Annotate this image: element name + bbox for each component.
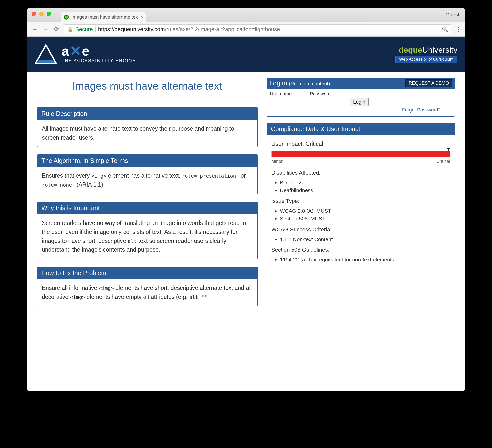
axe-letter-x: ✕ — [70, 45, 81, 57]
du-university: University — [422, 45, 457, 54]
chrome-toolbar: ← → ⟳ 🔒 Secure https://dequeuniversity.c… — [27, 22, 465, 37]
card-header: How to Fix the Problem — [37, 267, 257, 279]
maximize-window-icon[interactable] — [47, 12, 51, 16]
login-subheading: (Premium content) — [289, 81, 330, 86]
main-column: Images must have alternate text Rule Des… — [37, 78, 258, 306]
omnibox-search-icon[interactable]: 🔍 — [442, 26, 448, 32]
impact-value: Critical — [306, 141, 323, 147]
card-body: Ensures that every <img> element has alt… — [37, 167, 257, 194]
wcag-heading: WCAG Success Criteria: — [271, 225, 450, 234]
text: Ensure all informative — [42, 285, 99, 291]
tab-favicon-icon — [64, 15, 69, 20]
axe-logo-text: a✕e THE ACCESSIBILITY ENGINE — [62, 45, 136, 63]
code: <img> — [91, 173, 106, 179]
password-input[interactable] — [310, 98, 347, 106]
page-title: Images must have alternate text — [37, 80, 258, 92]
site-banner: a✕e THE ACCESSIBILITY ENGINE dequeUniver… — [27, 37, 465, 72]
password-label: Password: — [310, 91, 347, 97]
code: <img> — [70, 294, 85, 300]
disabilities-heading: Disabilities Affected: — [271, 169, 450, 177]
secure-label: Secure — [75, 26, 93, 33]
browser-tab[interactable]: Images must have alternate tex × — [61, 12, 146, 22]
code: role="presentation" — [182, 173, 239, 179]
window-controls — [32, 12, 51, 16]
sidebar-column: Log in (Premium content) REQUEST A DEMO … — [267, 78, 455, 306]
code: <img> — [99, 285, 114, 291]
list-item: Section 508: MUST — [280, 215, 450, 223]
tab-close-icon[interactable]: × — [140, 14, 143, 20]
card-algorithm: The Algorithm, in Simple Terms Ensures t… — [37, 154, 258, 194]
deque-university-brand[interactable]: dequeUniversity Web Accessibility Curric… — [395, 45, 457, 63]
s508-heading: Section 508 Guidelines: — [271, 246, 450, 254]
omnibox[interactable]: 🔒 Secure https://dequeuniversity.com/rul… — [64, 24, 451, 34]
card-body: Screen readers have no way of translatin… — [37, 214, 257, 259]
code: role="none" — [42, 182, 75, 188]
disabilities-list: Blindness Deafblindness — [280, 179, 450, 194]
list-item: WCAG 2.0 (A): MUST — [280, 207, 450, 215]
url-text: https://dequeuniversity.com/rules/axe/2.… — [98, 26, 280, 33]
text: Ensures that every — [42, 172, 91, 179]
axe-logo[interactable]: a✕e THE ACCESSIBILITY ENGINE — [35, 44, 136, 64]
card-how-to-fix: How to Fix the Problem Ensure all inform… — [37, 267, 258, 306]
card-header: Compliance Data & User Impact — [267, 123, 455, 135]
request-demo-button[interactable]: REQUEST A DEMO — [405, 79, 452, 87]
axe-letter-a: a — [62, 45, 69, 57]
meter-max-label: Critical — [436, 158, 450, 165]
text: . — [207, 294, 209, 300]
text: or — [239, 172, 246, 179]
compliance-card: Compliance Data & User Impact User Impac… — [267, 123, 455, 268]
lock-icon: 🔒 — [67, 27, 73, 32]
card-header: Why this is Important — [37, 202, 257, 214]
axe-triangle-icon — [35, 44, 57, 64]
axe-letter-e: e — [82, 45, 90, 57]
chrome-menu-icon[interactable]: ⋮ — [455, 26, 461, 33]
list-item: 1.1.1 Non-text Content — [280, 235, 450, 243]
list-item: Blindness — [280, 179, 450, 187]
url-host: https://dequeuniversity.com — [98, 26, 165, 32]
impact-label: User Impact: — [271, 141, 304, 147]
card-rule-description: Rule Description All images must have al… — [37, 107, 258, 147]
axe-tagline: THE ACCESSIBILITY ENGINE — [62, 58, 136, 63]
svg-marker-1 — [36, 60, 56, 63]
page: a✕e THE ACCESSIBILITY ENGINE dequeUniver… — [27, 37, 465, 391]
tab-title: Images must have alternate tex — [71, 14, 138, 20]
text: elements have empty alt attributes (e.g. — [85, 294, 189, 300]
text: element has alternative text, — [106, 172, 182, 179]
login-form: Username: Password: Login — [267, 89, 455, 107]
card-body: All images must have alternate text to c… — [37, 120, 257, 147]
list-item: 1194.22 (a) Text equivalent for non-text… — [280, 256, 450, 264]
impact-meter — [271, 151, 450, 157]
login-header: Log in (Premium content) REQUEST A DEMO — [267, 78, 455, 89]
back-icon[interactable]: ← — [31, 25, 38, 33]
forgot-password-link[interactable]: Forgot Password? — [402, 107, 441, 113]
code: alt="" — [189, 294, 207, 300]
reload-icon[interactable]: ⟳ — [53, 25, 60, 33]
browser-window: Images must have alternate tex × Guest ←… — [27, 8, 465, 391]
card-header: Rule Description — [37, 107, 257, 120]
omnibox-divider — [95, 27, 96, 32]
wcag-list: 1.1.1 Non-text Content — [280, 235, 450, 243]
username-input[interactable] — [270, 98, 307, 106]
du-subtitle: Web Accessibility Curriculum — [395, 56, 457, 63]
profile-guest-label[interactable]: Guest — [445, 12, 459, 18]
du-deque: deque — [399, 45, 422, 54]
forward-icon: → — [42, 25, 49, 33]
text: (ARIA 1.1). — [75, 181, 105, 188]
minimize-window-icon[interactable] — [39, 12, 44, 16]
login-card: Log in (Premium content) REQUEST A DEMO … — [267, 78, 455, 117]
issue-type-heading: Issue Type: — [271, 197, 450, 205]
card-body: Ensure all informative <img> elements ha… — [37, 279, 257, 306]
list-item: Deafblindness — [280, 186, 450, 194]
login-button[interactable]: Login — [350, 98, 369, 106]
s508-list: 1194.22 (a) Text equivalent for non-text… — [280, 256, 450, 264]
chrome-tab-strip: Images must have alternate tex × Guest — [27, 8, 465, 22]
url-path: /rules/axe/2.2/image-alt?application=lig… — [165, 26, 280, 32]
card-body: User Impact: Critical Minor Critical Dis… — [267, 135, 455, 268]
code: alt — [128, 238, 137, 244]
login-heading: Log in — [269, 79, 287, 87]
content-grid: Images must have alternate text Rule Des… — [27, 72, 465, 312]
close-window-icon[interactable] — [32, 12, 36, 16]
card-header: The Algorithm, in Simple Terms — [37, 155, 257, 167]
username-label: Username: — [270, 91, 307, 97]
issue-type-list: WCAG 2.0 (A): MUST Section 508: MUST — [280, 207, 450, 223]
